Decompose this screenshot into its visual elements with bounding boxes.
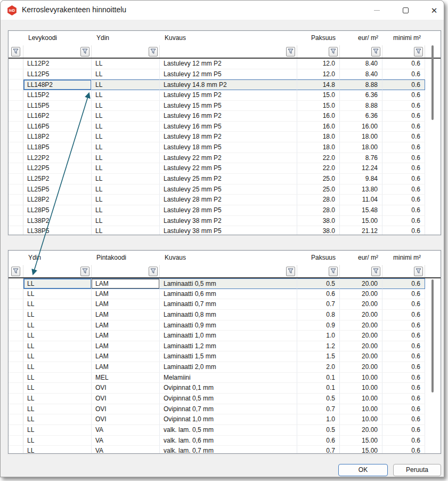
grid-row[interactable]: LLLAMLaminaatti 0,5 mm0.520.000.6	[9, 278, 441, 289]
filter-button[interactable]	[286, 47, 295, 57]
column-header-eur-m-[interactable]: eur/ m²	[340, 251, 382, 265]
grid-cell[interactable]: LAM	[92, 278, 160, 289]
column-header-ydin[interactable]: Ydin	[23, 251, 92, 265]
grid-cell[interactable]: LL28P2	[23, 195, 92, 205]
grid-cell[interactable]	[9, 111, 23, 122]
grid-row[interactable]: LLLAMLaminaatti 0,8 mm0.820.000.6	[9, 310, 441, 320]
grid-cell[interactable]	[9, 153, 23, 164]
grid-cell[interactable]: 0.6	[382, 414, 425, 425]
grid-cell[interactable]: LAM	[92, 362, 160, 373]
grid-cell[interactable]	[9, 299, 23, 310]
grid-cell[interactable]	[9, 289, 23, 300]
filter-button[interactable]	[414, 267, 423, 276]
filter-cell[interactable]	[382, 45, 425, 58]
grid-cell[interactable]: 0.6	[297, 436, 340, 446]
filter-button[interactable]	[11, 47, 20, 57]
grid-cell[interactable]: 1.5	[297, 351, 340, 362]
grid-cell[interactable]: Laminaatti 1,5 mm	[160, 351, 297, 362]
grid-row[interactable]: LL15P2LLLastulevy 15 mm P215.06.360.6	[9, 90, 441, 101]
cancel-button[interactable]: Peruuta	[393, 464, 441, 476]
filter-cell[interactable]	[23, 265, 92, 277]
grid-cell[interactable]: valk. lam. 0,5 mm	[160, 425, 297, 436]
column-header-minimi-m-[interactable]: minimi m²	[382, 31, 425, 45]
grid-row[interactable]: LLVAvalk. lam. 0,5 mm0.520.000.6	[9, 425, 441, 436]
grid-cell[interactable]: 0.6	[382, 185, 425, 195]
column-header-indicator[interactable]	[9, 251, 23, 265]
grid-cell[interactable]: OVI	[92, 383, 160, 394]
grid-cell[interactable]: 9.84	[340, 174, 382, 185]
grid-cell[interactable]: 0.7	[297, 404, 340, 415]
grid-body[interactable]: LLLAMLaminaatti 0,5 mm0.520.000.6LLLAMLa…	[9, 278, 441, 453]
grid-cell[interactable]: LL	[23, 278, 92, 289]
grid-cell[interactable]: 15.00	[340, 436, 382, 446]
grid-cell[interactable]: LL38P2	[23, 216, 92, 227]
grid-cell[interactable]: LL	[92, 142, 160, 153]
grid-cell[interactable]: 0.6	[382, 351, 425, 362]
grid-cell[interactable]: 11.04	[340, 195, 382, 205]
grid-cell[interactable]: 6.36	[340, 111, 382, 122]
filter-button[interactable]	[149, 267, 158, 276]
grid-cell[interactable]: Laminaatti 0,7 mm	[160, 299, 297, 310]
filter-button[interactable]	[149, 47, 158, 57]
grid-cell[interactable]: 10.00	[340, 414, 382, 425]
grid-cell[interactable]	[9, 383, 23, 394]
grid-cell[interactable]: 0.6	[382, 195, 425, 205]
grid-cell[interactable]: 20.00	[340, 341, 382, 352]
filter-cell[interactable]	[297, 265, 340, 277]
close-button[interactable]: ✕	[422, 1, 444, 20]
grid-row[interactable]: LLOVIOvipinnat 1,0 mm1.010.000.6	[9, 414, 441, 425]
grid-body[interactable]: LL12P2LLLastulevy 12 mm P212.08.400.6LL1…	[9, 59, 441, 235]
grid-cell[interactable]: 0.6	[382, 79, 425, 90]
grid-cell[interactable]: LAM	[92, 310, 160, 320]
grid-cell[interactable]	[9, 331, 23, 341]
grid-cell[interactable]: 15.48	[340, 205, 382, 216]
grid-cell[interactable]: 20.00	[340, 299, 382, 310]
grid-cell[interactable]: LL18P5	[23, 142, 92, 153]
grid-cell[interactable]: 0.6	[382, 153, 425, 164]
grid-cell[interactable]: 0.6	[382, 163, 425, 174]
grid-cell[interactable]: OVI	[92, 404, 160, 415]
grid-cell[interactable]	[9, 132, 23, 142]
grid-cell[interactable]	[9, 226, 23, 235]
grid-cell[interactable]: Lastulevy 28 mm P2	[160, 195, 297, 205]
grid-cell[interactable]	[9, 205, 23, 216]
grid-cell[interactable]: 0.6	[382, 310, 425, 320]
grid-row[interactable]: LL22P2LLLastulevy 22 mm P222.08.760.6	[9, 153, 441, 164]
grid-cell[interactable]: LL15P5	[23, 101, 92, 111]
grid-cell[interactable]: 28.0	[297, 205, 340, 216]
grid-cell[interactable]: LL25P2	[23, 174, 92, 185]
grid-cell[interactable]: 15.0	[297, 90, 340, 101]
minimize-button[interactable]	[364, 1, 389, 20]
grid-cell[interactable]: LL	[23, 299, 92, 310]
grid-cell[interactable]: 0.6	[382, 299, 425, 310]
grid-cell[interactable]: LL	[23, 436, 92, 446]
grid-cell[interactable]: LAM	[92, 341, 160, 352]
grid-cell[interactable]: LL	[23, 289, 92, 300]
grid-cell[interactable]: 20.00	[340, 289, 382, 300]
grid-cell[interactable]: 20.00	[340, 310, 382, 320]
grid-cell[interactable]: 38.0	[297, 216, 340, 227]
grid-cell[interactable]: 0.6	[382, 174, 425, 185]
grid-cell[interactable]: 16.0	[297, 111, 340, 122]
grid-cell[interactable]: Lastulevy 38 mm P2	[160, 216, 297, 227]
filter-button[interactable]	[286, 267, 295, 276]
grid-cell[interactable]: LL	[92, 69, 160, 80]
grid-cell[interactable]: Ovipinnat 0,7 mm	[160, 404, 297, 415]
column-header-pintakoodi[interactable]: Pintakoodi	[92, 251, 160, 265]
column-header-paksuus[interactable]: Paksuus	[297, 31, 340, 45]
grid-cell[interactable]: 0.6	[382, 331, 425, 341]
grid-cell[interactable]: LL	[23, 383, 92, 394]
grid-cell[interactable]: 8.40	[340, 59, 382, 69]
grid-cell[interactable]: LL28P5	[23, 205, 92, 216]
grid-cell[interactable]	[9, 101, 23, 111]
filter-cell[interactable]	[160, 265, 297, 277]
grid-cell[interactable]: LL	[92, 195, 160, 205]
grid-cell[interactable]: LL	[92, 153, 160, 164]
grid-cell[interactable]: 6.36	[340, 90, 382, 101]
grid-cell[interactable]: LL	[23, 351, 92, 362]
grid-cell[interactable]: LL22P5	[23, 163, 92, 174]
filter-button[interactable]	[11, 267, 20, 276]
grid-cell[interactable]: LL	[23, 310, 92, 320]
grid-cell[interactable]: LL	[23, 425, 92, 436]
grid-cell[interactable]: 18.0	[297, 132, 340, 142]
